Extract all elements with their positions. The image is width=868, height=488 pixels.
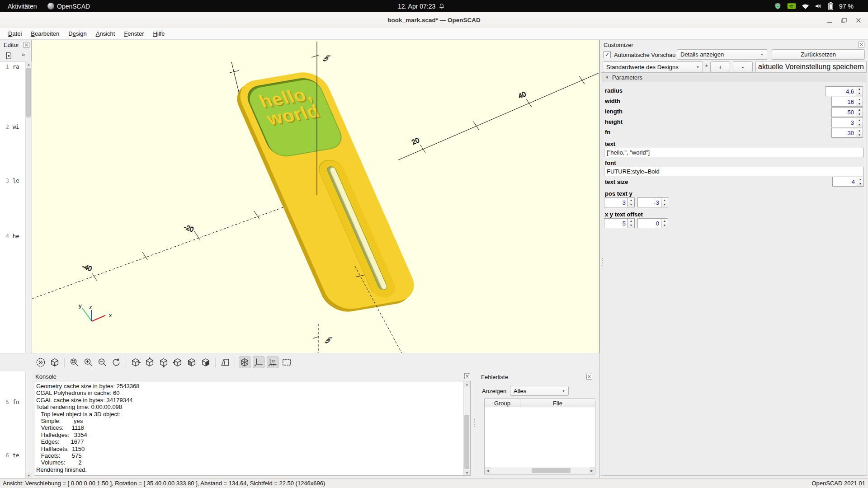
- system-status-area[interactable]: 97 %: [774, 0, 854, 12]
- console-box[interactable]: Geometry cache size in bytes: 2543368CGA…: [34, 381, 471, 476]
- console-scrollbar-thumb[interactable]: [464, 415, 469, 469]
- param-label-xy-offset: x y text offset: [605, 211, 643, 218]
- toolbar-separator: [64, 357, 65, 367]
- param-label-text-size: text size: [605, 178, 628, 185]
- axis-indicator: [82, 308, 105, 321]
- view-front-icon[interactable]: [186, 357, 198, 368]
- menu-design[interactable]: Design: [64, 30, 91, 37]
- xy-offset-spinbox-1[interactable]: 5 ▲▼: [604, 218, 635, 228]
- view-top-icon[interactable]: [144, 357, 156, 368]
- close-button[interactable]: [854, 16, 863, 24]
- view-all-icon[interactable]: [281, 357, 292, 368]
- auto-preview-option[interactable]: ✓ Automatische Vorschau: [604, 50, 676, 60]
- console-line: Halffacets: 1150: [36, 446, 462, 452]
- editor-scrollbar-thumb[interactable]: [26, 68, 31, 117]
- xy-offset-spinbox-2[interactable]: 0 ▲▼: [637, 218, 668, 228]
- render-icon[interactable]: [49, 357, 61, 368]
- view-right-icon[interactable]: [130, 357, 142, 368]
- volume-icon: [815, 3, 822, 9]
- clock-menu[interactable]: 12. Apr 07:23: [398, 0, 445, 12]
- error-list-title: Fehlerliste: [481, 374, 508, 380]
- menu-bearbeiten[interactable]: Bearbeiten: [26, 30, 64, 37]
- scroll-left-icon[interactable]: ◀: [485, 467, 491, 474]
- add-preset-button[interactable]: +: [710, 61, 730, 72]
- view-left-icon[interactable]: [172, 357, 184, 368]
- save-preset-button[interactable]: aktuelle Voreinstellung speichern: [755, 61, 867, 73]
- zoom-all-icon[interactable]: [68, 357, 80, 368]
- app-indicator[interactable]: OpenSCAD: [47, 0, 90, 12]
- view-scale-markers-icon[interactable]: 10: [267, 357, 278, 368]
- customizer-title: Customizer: [604, 42, 633, 48]
- scroll-up-icon[interactable]: ▲: [26, 61, 32, 67]
- numeric-params: radius4,6▲▼width16▲▼length50▲▼height3▲▼f…: [601, 84, 866, 143]
- error-table-hscrollbar[interactable]: ◀ ▶: [485, 467, 595, 474]
- scroll-down-icon[interactable]: ▼: [464, 470, 470, 475]
- splitter-handle[interactable]: [474, 419, 476, 427]
- error-list-close-icon[interactable]: [586, 374, 592, 380]
- param-label-length: length: [605, 108, 623, 115]
- param-label-radius: radius: [605, 87, 623, 94]
- zoom-in-icon[interactable]: [82, 357, 94, 368]
- param-spinbox-width[interactable]: 16▲▼: [831, 97, 863, 107]
- param-spinbox-radius[interactable]: 4,6▲▼: [825, 86, 863, 96]
- app-indicator-label: OpenSCAD: [57, 3, 90, 10]
- editor-panel: Editor » 1ra2wi3le4he5fn6te ▲ ▼: [0, 40, 32, 478]
- chevron-down-icon: ▼: [760, 53, 764, 56]
- toolbar-overflow-icon[interactable]: »: [22, 51, 25, 58]
- text-size-spinbox[interactable]: 4 ▲▼: [832, 177, 864, 187]
- details-combo[interactable]: Details anzeigen ▼: [677, 49, 767, 60]
- view-axes-icon[interactable]: [253, 357, 264, 368]
- 3d-viewport[interactable]: hello, world 20 40: [32, 40, 599, 353]
- minimize-button[interactable]: [826, 16, 834, 24]
- scroll-up-icon[interactable]: ▲: [464, 381, 470, 387]
- window-title-bar[interactable]: book_mark.scad* — OpenSCAD: [0, 12, 868, 28]
- param-spinbox-fn[interactable]: 30▲▼: [831, 128, 863, 138]
- preview-icon[interactable]: [35, 357, 47, 368]
- parameters-scroll-area[interactable]: ▼ Parameters radius4,6▲▼width16▲▼length5…: [601, 72, 867, 476]
- customizer-close-icon[interactable]: [859, 42, 864, 47]
- window-title: book_mark.scad* — OpenSCAD: [0, 12, 868, 28]
- console-close-icon[interactable]: [464, 373, 470, 379]
- param-spinbox-length[interactable]: 50▲▼: [831, 107, 863, 117]
- remove-preset-button[interactable]: -: [733, 61, 753, 72]
- pos-text-y-spinbox-1[interactable]: 3 ▲▼: [604, 197, 635, 207]
- hscrollbar-thumb[interactable]: [532, 468, 571, 473]
- text-param-input[interactable]: ["hello,", "world"]: [604, 148, 864, 157]
- maximize-button[interactable]: [840, 16, 848, 24]
- menu-datei[interactable]: Datei: [4, 30, 26, 37]
- view-perspective-icon[interactable]: [219, 357, 231, 368]
- menu-hilfe[interactable]: Hilfe: [148, 30, 169, 37]
- auto-preview-label: Automatische Vorschau: [614, 52, 676, 58]
- preset-combo-value: Standardwerte des Designs: [606, 64, 679, 70]
- console-scrollbar[interactable]: ▲ ▼: [463, 381, 470, 475]
- parameters-group-header[interactable]: ▼ Parameters: [602, 73, 866, 82]
- reset-view-icon[interactable]: [110, 357, 122, 368]
- wifi-icon: [802, 3, 809, 9]
- column-header-file[interactable]: File: [520, 399, 595, 407]
- scroll-down-icon[interactable]: ▼: [26, 473, 32, 478]
- new-file-icon[interactable]: [5, 52, 13, 61]
- activities-button[interactable]: Aktivitäten: [8, 0, 37, 12]
- font-param-input[interactable]: FUTURE:style=Bold: [604, 167, 864, 176]
- panel-resize-handle[interactable]: [601, 258, 603, 266]
- zoom-out-icon[interactable]: [96, 357, 108, 368]
- view-toolbar: 10: [0, 353, 599, 371]
- menu-fenster[interactable]: Fenster: [119, 30, 148, 37]
- column-header-group[interactable]: Group: [485, 399, 520, 407]
- pos-text-y-spinbox-2[interactable]: -3 ▲▼: [637, 197, 668, 207]
- param-label-font: font: [605, 160, 616, 166]
- param-spinbox-height[interactable]: 3▲▼: [831, 117, 863, 127]
- editor-close-icon[interactable]: [24, 42, 29, 48]
- view-back-icon[interactable]: [200, 357, 212, 368]
- reset-button[interactable]: Zurücksetzen: [772, 49, 865, 60]
- view-bottom-icon[interactable]: [158, 357, 170, 368]
- editor-scrollbar[interactable]: ▲ ▼: [25, 61, 32, 478]
- error-filter-combo[interactable]: Alles ▼: [510, 386, 569, 396]
- checkbox-checked-icon[interactable]: ✓: [604, 51, 611, 58]
- scroll-right-icon[interactable]: ▶: [589, 467, 595, 474]
- preset-combo[interactable]: Standardwerte des Designs ▼: [603, 61, 703, 72]
- menu-ansicht[interactable]: Ansicht: [91, 30, 120, 37]
- view-orthogonal-icon[interactable]: [239, 357, 250, 368]
- console-panel-title: Konsole: [35, 373, 57, 380]
- activities-label: Aktivitäten: [8, 3, 37, 10]
